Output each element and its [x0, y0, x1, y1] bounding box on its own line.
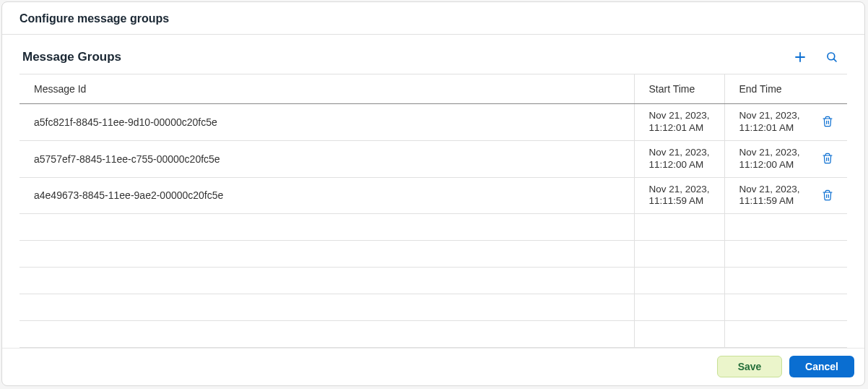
search-icon — [825, 51, 838, 64]
cell-start-time: Nov 21, 2023, 11:11:59 AM — [634, 177, 724, 214]
section-actions — [791, 48, 847, 67]
cancel-button[interactable]: Cancel — [789, 356, 854, 377]
section-header: Message Groups — [19, 48, 847, 67]
table-row[interactable]: a5fc821f-8845-11ee-9d10-00000c20fc5e Nov… — [19, 104, 847, 141]
column-header-start-time[interactable]: Start Time — [634, 74, 724, 104]
section-title: Message Groups — [19, 50, 121, 64]
trash-icon — [822, 189, 833, 201]
table-row-empty — [19, 268, 847, 294]
add-button[interactable] — [791, 48, 810, 67]
delete-row-button[interactable] — [820, 114, 835, 129]
column-header-message-id[interactable]: Message Id — [19, 74, 634, 104]
delete-row-button[interactable] — [820, 151, 835, 166]
svg-line-3 — [833, 59, 836, 61]
dialog-header: Configure message groups — [2, 2, 864, 35]
dialog-footer: Save Cancel — [2, 348, 864, 386]
dialog-title: Configure message groups — [19, 12, 847, 25]
cell-end-time: Nov 21, 2023, 11:12:01 AM — [724, 104, 815, 141]
configure-message-groups-dialog: Configure message groups Message Groups — [1, 1, 865, 386]
column-header-actions — [815, 74, 847, 104]
table-row-empty — [19, 294, 847, 321]
cell-start-time: Nov 21, 2023, 11:12:00 AM — [634, 140, 724, 177]
cell-message-id: a5fc821f-8845-11ee-9d10-00000c20fc5e — [19, 104, 634, 141]
search-button[interactable] — [823, 48, 841, 67]
trash-icon — [822, 116, 833, 127]
save-button[interactable]: Save — [717, 356, 782, 377]
plus-icon — [794, 51, 807, 64]
delete-row-button[interactable] — [820, 188, 835, 202]
table-row[interactable]: a5757ef7-8845-11ee-c755-00000c20fc5e Nov… — [19, 140, 847, 177]
trash-icon — [822, 153, 833, 164]
cell-end-time: Nov 21, 2023, 11:12:00 AM — [724, 140, 815, 177]
table-row-empty — [19, 214, 847, 241]
table-header-row: Message Id Start Time End Time — [19, 74, 847, 104]
dialog-content: Message Groups — [2, 35, 864, 348]
cell-message-id: a4e49673-8845-11ee-9ae2-00000c20fc5e — [19, 177, 634, 214]
cell-message-id: a5757ef7-8845-11ee-c755-00000c20fc5e — [19, 140, 634, 177]
cell-start-time: Nov 21, 2023, 11:12:01 AM — [634, 104, 724, 141]
table-row-empty — [19, 241, 847, 268]
table-row[interactable]: a4e49673-8845-11ee-9ae2-00000c20fc5e Nov… — [19, 177, 847, 214]
message-groups-table: Message Id Start Time End Time a5fc821f-… — [19, 74, 847, 348]
cell-end-time: Nov 21, 2023, 11:11:59 AM — [724, 177, 815, 214]
table-row-empty — [19, 321, 847, 348]
column-header-end-time[interactable]: End Time — [724, 74, 815, 104]
